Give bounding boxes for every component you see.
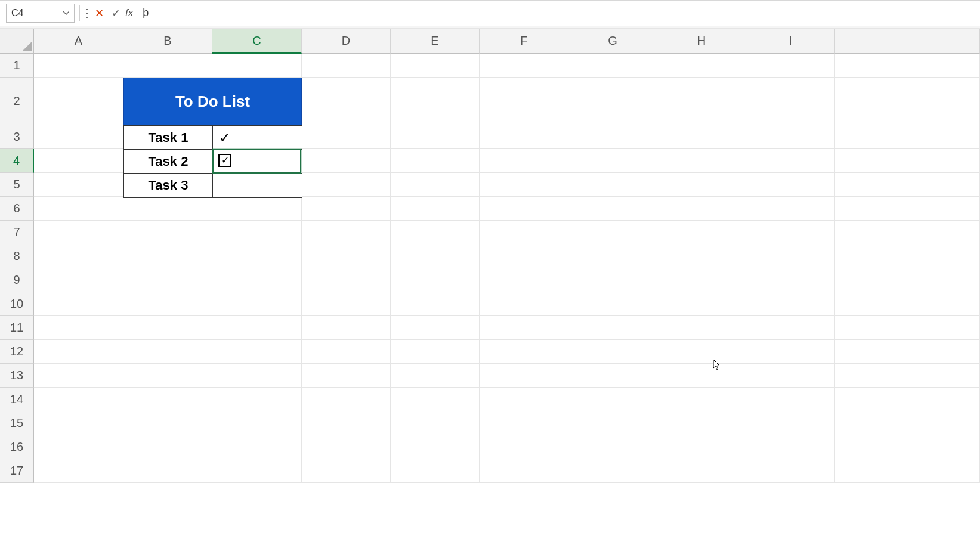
cell-C14[interactable] — [212, 388, 302, 411]
cell-A16[interactable] — [34, 435, 123, 459]
cell-I12[interactable] — [746, 340, 835, 364]
cell-B1[interactable] — [123, 54, 212, 78]
column-header-e[interactable]: E — [391, 29, 480, 54]
cell-I17[interactable] — [746, 459, 835, 483]
cell-A14[interactable] — [34, 388, 123, 411]
fx-label[interactable]: fx — [124, 7, 137, 19]
cell-E9[interactable] — [391, 268, 480, 292]
cell-F17[interactable] — [480, 459, 568, 483]
active-cell-editor[interactable]: ✓ — [214, 150, 300, 172]
cell-G8[interactable] — [568, 244, 657, 268]
row-header-9[interactable]: 9 — [0, 268, 34, 292]
cell-H12[interactable] — [657, 340, 746, 364]
row-header-12[interactable]: 12 — [0, 340, 34, 364]
row-header-7[interactable]: 7 — [0, 221, 34, 244]
cell-A11[interactable] — [34, 316, 123, 340]
cell-H3[interactable] — [657, 125, 746, 149]
cell-I11[interactable] — [746, 316, 835, 340]
cell-H11[interactable] — [657, 316, 746, 340]
cell-F13[interactable] — [480, 364, 568, 388]
cell-C16[interactable] — [212, 435, 302, 459]
cell-F9[interactable] — [480, 268, 568, 292]
column-header-a[interactable]: A — [34, 29, 123, 54]
cell-B15[interactable] — [123, 411, 212, 435]
cell-H2[interactable] — [657, 78, 746, 125]
cell-H7[interactable] — [657, 221, 746, 244]
cell-A3[interactable] — [34, 125, 123, 149]
cell-G16[interactable] — [568, 435, 657, 459]
cell-H9[interactable] — [657, 268, 746, 292]
cell-E16[interactable] — [391, 435, 480, 459]
cell-I3[interactable] — [746, 125, 835, 149]
cell-I4[interactable] — [746, 149, 835, 173]
cell-F2[interactable] — [480, 78, 568, 125]
cell-F15[interactable] — [480, 411, 568, 435]
cell-F14[interactable] — [480, 388, 568, 411]
cell-D5[interactable] — [302, 173, 391, 197]
cell-I6[interactable] — [746, 197, 835, 221]
name-box[interactable]: C4 — [6, 4, 75, 23]
select-all-corner[interactable] — [0, 29, 34, 54]
row-header-10[interactable]: 10 — [0, 292, 34, 316]
cell-D1[interactable] — [302, 54, 391, 78]
cell-F12[interactable] — [480, 340, 568, 364]
cell-F11[interactable] — [480, 316, 568, 340]
cell-G5[interactable] — [568, 173, 657, 197]
cell-A17[interactable] — [34, 459, 123, 483]
column-header-g[interactable]: G — [568, 29, 657, 54]
cell-D8[interactable] — [302, 244, 391, 268]
cell-A1[interactable] — [34, 54, 123, 78]
cell-A5[interactable] — [34, 173, 123, 197]
cancel-edit-button[interactable]: ✕ — [91, 4, 107, 22]
cell-B10[interactable] — [123, 292, 212, 316]
cell-I8[interactable] — [746, 244, 835, 268]
cell-G9[interactable] — [568, 268, 657, 292]
row-header-3[interactable]: 3 — [0, 125, 34, 149]
cell-H15[interactable] — [657, 411, 746, 435]
cell-A8[interactable] — [34, 244, 123, 268]
cell-F10[interactable] — [480, 292, 568, 316]
cell-B13[interactable] — [123, 364, 212, 388]
cell-H16[interactable] — [657, 435, 746, 459]
cell-I15[interactable] — [746, 411, 835, 435]
cell-B12[interactable] — [123, 340, 212, 364]
cell-D16[interactable] — [302, 435, 391, 459]
cell-I13[interactable] — [746, 364, 835, 388]
cell-C11[interactable] — [212, 316, 302, 340]
cell-A13[interactable] — [34, 364, 123, 388]
table-row[interactable]: Task 1 ✓ — [123, 125, 302, 150]
more-options-icon[interactable]: ⋮ — [84, 4, 91, 22]
cell-H4[interactable] — [657, 149, 746, 173]
cell-F7[interactable] — [480, 221, 568, 244]
cell-G7[interactable] — [568, 221, 657, 244]
row-header-6[interactable]: 6 — [0, 197, 34, 221]
cell-A6[interactable] — [34, 197, 123, 221]
cell-C13[interactable] — [212, 364, 302, 388]
cell-I14[interactable] — [746, 388, 835, 411]
cell-E14[interactable] — [391, 388, 480, 411]
row-header-16[interactable]: 16 — [0, 435, 34, 459]
cell-A15[interactable] — [34, 411, 123, 435]
cell-D14[interactable] — [302, 388, 391, 411]
formula-input[interactable] — [137, 4, 974, 22]
column-header-d[interactable]: D — [302, 29, 391, 54]
cell-C10[interactable] — [212, 292, 302, 316]
cell-H6[interactable] — [657, 197, 746, 221]
cell-C15[interactable] — [212, 411, 302, 435]
cell-G6[interactable] — [568, 197, 657, 221]
cell-H17[interactable] — [657, 459, 746, 483]
cell-C7[interactable] — [212, 221, 302, 244]
cell-G2[interactable] — [568, 78, 657, 125]
cell-C6[interactable] — [212, 197, 302, 221]
cell-E4[interactable] — [391, 149, 480, 173]
cell-B14[interactable] — [123, 388, 212, 411]
cell-A7[interactable] — [34, 221, 123, 244]
cell-G10[interactable] — [568, 292, 657, 316]
cell-G13[interactable] — [568, 364, 657, 388]
cell-E7[interactable] — [391, 221, 480, 244]
cell-A4[interactable] — [34, 149, 123, 173]
cell-I9[interactable] — [746, 268, 835, 292]
cell-D4[interactable] — [302, 149, 391, 173]
cell-F6[interactable] — [480, 197, 568, 221]
column-header-c[interactable]: C — [212, 29, 302, 54]
